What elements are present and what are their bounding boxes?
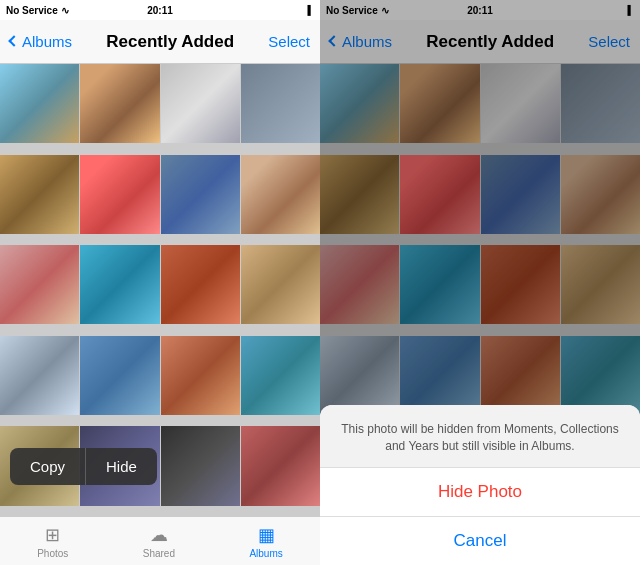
photo-cell[interactable]	[241, 336, 320, 415]
status-left: No Service ∿	[6, 5, 69, 16]
wifi-icon: ∿	[61, 5, 69, 16]
tab-shared-label: Shared	[143, 548, 175, 559]
left-screen: No Service ∿ 20:11 ▌ Albums Recently Add…	[0, 0, 320, 565]
back-button-left[interactable]: Albums	[10, 33, 72, 50]
photo-cell[interactable]	[0, 64, 79, 143]
tab-albums-left[interactable]: ▦ Albums	[249, 524, 282, 559]
copy-button[interactable]: Copy	[10, 448, 86, 485]
albums-icon: ▦	[258, 524, 275, 546]
right-screen: No Service ∿ 20:11 ▌ Albums Recently Add…	[320, 0, 640, 565]
photos-icon: ⊞	[45, 524, 60, 546]
photo-cell[interactable]	[0, 245, 79, 324]
photo-cell[interactable]	[80, 64, 159, 143]
select-button-left[interactable]: Select	[268, 33, 310, 50]
photo-cell[interactable]	[161, 245, 240, 324]
battery-icon: ▌	[308, 5, 314, 15]
context-menu: Copy Hide	[10, 448, 157, 485]
photo-cell[interactable]	[241, 245, 320, 324]
tab-albums-label: Albums	[249, 548, 282, 559]
no-service-label: No Service	[6, 5, 58, 16]
tab-photos-left[interactable]: ⊞ Photos	[37, 524, 68, 559]
nav-bar-left: Albums Recently Added Select	[0, 20, 320, 64]
photo-cell[interactable]	[241, 64, 320, 143]
photo-cell[interactable]	[161, 64, 240, 143]
tab-bar-left: ⊞ Photos ☁ Shared ▦ Albums	[0, 516, 320, 565]
overlay: This photo will be hidden from Moments, …	[320, 0, 640, 565]
action-sheet-message: This photo will be hidden from Moments, …	[320, 405, 640, 468]
back-label-left: Albums	[22, 33, 72, 50]
photo-cell[interactable]	[161, 155, 240, 234]
hide-photo-button[interactable]: Hide Photo	[320, 468, 640, 517]
photo-cell[interactable]	[80, 245, 159, 324]
photo-cell[interactable]	[0, 155, 79, 234]
status-right: ▌	[308, 5, 314, 15]
photo-cell[interactable]	[241, 155, 320, 234]
photo-cell[interactable]	[80, 155, 159, 234]
action-sheet: This photo will be hidden from Moments, …	[320, 405, 640, 565]
status-bar-left: No Service ∿ 20:11 ▌	[0, 0, 320, 20]
hide-button[interactable]: Hide	[86, 448, 157, 485]
tab-shared-left[interactable]: ☁ Shared	[143, 524, 175, 559]
nav-title-left: Recently Added	[106, 32, 234, 52]
photo-cell[interactable]	[161, 336, 240, 415]
time-label-left: 20:11	[147, 5, 173, 16]
tab-photos-label: Photos	[37, 548, 68, 559]
back-chevron-left	[8, 35, 19, 46]
photo-cell[interactable]	[241, 426, 320, 505]
photo-cell[interactable]	[0, 336, 79, 415]
cancel-button[interactable]: Cancel	[320, 517, 640, 565]
photo-cell[interactable]	[80, 336, 159, 415]
shared-icon: ☁	[150, 524, 168, 546]
photo-cell[interactable]	[161, 426, 240, 505]
